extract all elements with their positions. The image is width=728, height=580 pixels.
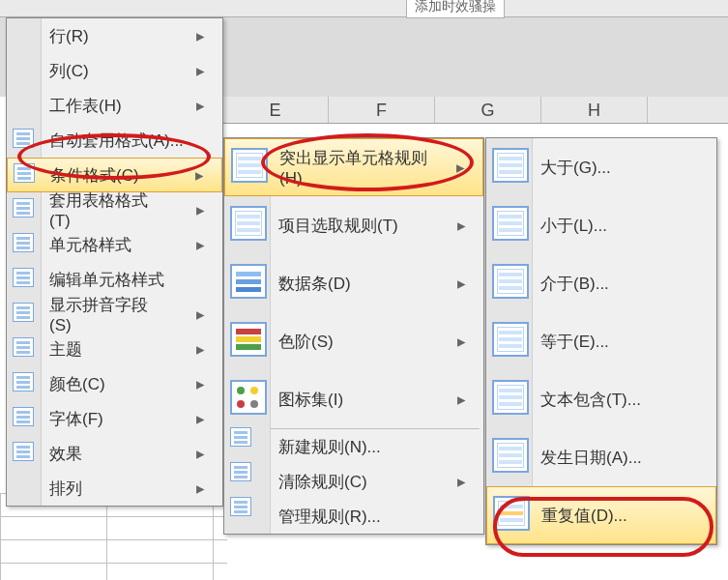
- hl-rule-item-2[interactable]: 介于(B)...: [486, 254, 716, 312]
- submenu-arrow-icon: ▸: [167, 96, 205, 116]
- menu-item-label: 颜色(C): [49, 373, 105, 395]
- submenu-arrow-icon: ▸: [167, 26, 205, 46]
- submenu-arrow-icon: ▸: [428, 216, 466, 236]
- cf-mgmt-item-0[interactable]: 新建规则(N)...: [224, 429, 483, 464]
- menu-item-label: 数据条(D): [278, 273, 351, 295]
- hl-icon: [230, 206, 269, 245]
- menu-item-label: 管理规则(R)...: [278, 506, 381, 528]
- editstyle-icon: [13, 268, 36, 291]
- autoform-icon: [13, 129, 36, 152]
- cf-item-2[interactable]: 数据条(D)▸: [224, 254, 483, 312]
- font-icon: [13, 407, 36, 430]
- cf-item-1[interactable]: 项目选取规则(T)▸: [224, 196, 483, 254]
- iconset-icon: [230, 380, 269, 419]
- submenu-arrow-icon: ▸: [428, 472, 466, 492]
- menu-item-label: 重复值(D)...: [541, 505, 627, 527]
- submenu-arrow-icon: ▸: [427, 158, 465, 178]
- hl-rule-item-3[interactable]: 等于(E)...: [486, 312, 716, 370]
- submenu-arrow-icon: ▸: [167, 374, 205, 394]
- menu-item-label: 显示拼音字段(S): [49, 294, 167, 335]
- menu-item-label: 工作表(H): [49, 95, 122, 117]
- submenu-arrow-icon: ▸: [428, 274, 466, 294]
- menu-item-label: 排列: [49, 478, 82, 500]
- menu-item-11[interactable]: 字体(F)▸: [7, 401, 222, 436]
- menu-item-0[interactable]: 行(R)▸: [7, 18, 222, 53]
- hl-icon: [492, 322, 531, 361]
- hl-rule-item-4[interactable]: 文本包含(T)...: [486, 370, 716, 428]
- hl-rule-item-1[interactable]: 小于(L)...: [486, 196, 716, 254]
- menu-item-3[interactable]: 自动套用格式(A)...: [7, 123, 222, 158]
- menu-item-label: 项目选取规则(T): [278, 215, 398, 237]
- effect-icon: [13, 442, 36, 465]
- submenu-arrow-icon: ▸: [167, 478, 205, 499]
- hl-rule-item-0[interactable]: 大于(G)...: [486, 138, 716, 196]
- highlight-rules-submenu: 大于(G)...小于(L)...介于(B)...等于(E)...文本包含(T).…: [485, 137, 717, 545]
- menu-item-label: 大于(G)...: [540, 157, 611, 179]
- menu-item-label: 条件格式(C): [50, 164, 139, 187]
- rule-icon: [230, 427, 269, 466]
- submenu-arrow-icon: ▸: [428, 332, 466, 352]
- submenu-arrow-icon: ▸: [167, 200, 205, 220]
- submenu-arrow-icon: ▸: [167, 235, 205, 255]
- menu-item-1[interactable]: 列(C)▸: [7, 53, 222, 88]
- pinyin-icon: [13, 303, 36, 326]
- menu-item-13[interactable]: 排列▸: [7, 471, 222, 506]
- menu-item-label: 文本包含(T)...: [540, 389, 641, 411]
- column-header-h[interactable]: H: [541, 97, 648, 123]
- menu-item-label: 列(C): [49, 60, 89, 82]
- hl-icon: [231, 148, 270, 187]
- scale-icon: [230, 322, 269, 361]
- column-headers: E F G H: [222, 97, 728, 124]
- menu-item-label: 主题: [49, 338, 82, 361]
- hl-sel-icon: [493, 496, 532, 535]
- cf-item-4[interactable]: 图标集(I)▸: [224, 370, 483, 428]
- hl-rule-item-5[interactable]: 发生日期(A)...: [486, 428, 716, 486]
- menu-item-label: 等于(E)...: [540, 331, 609, 353]
- title-bar-fragment: [0, 0, 728, 17]
- submenu-arrow-icon: ▸: [167, 409, 205, 429]
- menu-item-4[interactable]: 条件格式(C)▸: [7, 158, 222, 192]
- menu-item-2[interactable]: 工作表(H)▸: [7, 88, 222, 123]
- menu-item-label: 色阶(S): [278, 331, 334, 353]
- menu-item-label: 编辑单元格样式: [49, 269, 164, 291]
- menu-item-label: 自动套用格式(A)...: [49, 130, 184, 152]
- blank-icon: [13, 477, 36, 500]
- cf-mgmt-item-1[interactable]: 清除规则(C)▸: [224, 464, 483, 499]
- cf-mgmt-item-2[interactable]: 管理规则(R)...: [224, 499, 483, 534]
- submenu-arrow-icon: ▸: [167, 304, 205, 325]
- rule-icon: [230, 497, 269, 536]
- menu-item-label: 单元格样式: [49, 234, 131, 256]
- blank-icon: [13, 24, 36, 47]
- cf-item-3[interactable]: 色阶(S)▸: [224, 312, 483, 370]
- menu-item-label: 小于(L)...: [540, 215, 607, 237]
- menu-item-label: 字体(F): [49, 408, 103, 430]
- menu-item-8[interactable]: 显示拼音字段(S)▸: [7, 297, 222, 332]
- blank-icon: [13, 59, 36, 82]
- hl-icon: [492, 148, 531, 187]
- submenu-arrow-icon: ▸: [166, 165, 204, 186]
- menu-item-label: 图标集(I): [278, 389, 343, 411]
- menu-item-9[interactable]: 主题▸: [7, 332, 222, 366]
- menu-item-12[interactable]: 效果▸: [7, 436, 222, 471]
- column-header-e[interactable]: E: [222, 97, 329, 123]
- menu-item-label: 突出显示单元格规则(H): [279, 147, 427, 188]
- hl-icon: [492, 264, 531, 303]
- menu-item-label: 新建规则(N)...: [278, 436, 381, 458]
- menu-item-6[interactable]: 单元格样式▸: [7, 227, 222, 262]
- hl-icon: [492, 206, 531, 245]
- menu-item-10[interactable]: 颜色(C)▸: [7, 366, 222, 401]
- menu-item-label: 清除规则(C): [278, 471, 367, 493]
- menu-item-7[interactable]: 编辑单元格样式: [7, 262, 222, 297]
- column-header-f[interactable]: F: [329, 97, 435, 123]
- cf-item-0[interactable]: 突出显示单元格规则(H)▸: [224, 138, 483, 196]
- theme-icon: [13, 337, 36, 361]
- tablefmt-icon: [13, 198, 36, 221]
- rule-icon: [230, 462, 269, 501]
- hl-rule-item-6[interactable]: 重复值(D)...: [486, 486, 716, 544]
- cellstyle-icon: [13, 233, 36, 256]
- color-icon: [13, 372, 36, 395]
- column-header-g[interactable]: G: [435, 97, 541, 123]
- menu-item-5[interactable]: 套用表格格式(T)▸: [7, 192, 222, 227]
- submenu-arrow-icon: ▸: [167, 339, 205, 360]
- format-menu: 行(R)▸列(C)▸工作表(H)▸自动套用格式(A)...条件格式(C)▸套用表…: [6, 17, 223, 507]
